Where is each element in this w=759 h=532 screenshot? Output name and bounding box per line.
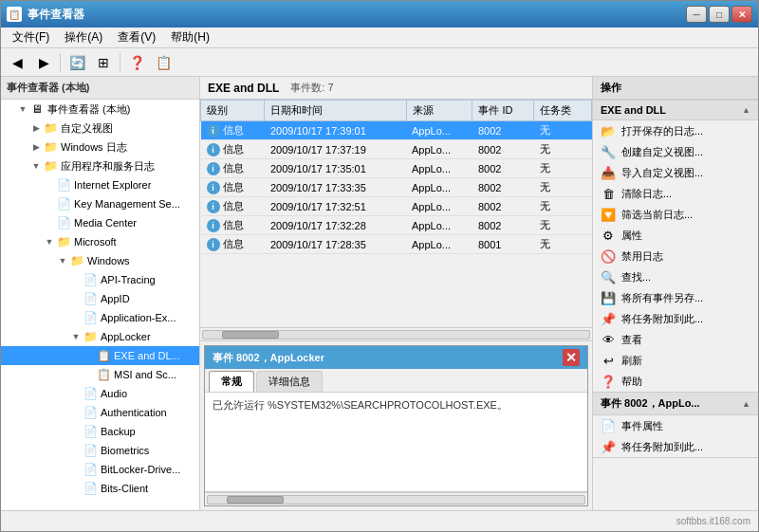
table-header-row: 级别 日期和时间 来源 事件 ID 任务类 — [201, 101, 592, 121]
scroll-track[interactable] — [202, 330, 590, 339]
sidebar-item-app-services[interactable]: ▼ 📁 应用程序和服务日志 — [1, 156, 199, 175]
expand-icon-windows[interactable]: ▼ — [56, 254, 69, 267]
cell-datetime: 2009/10/17 17:32:51 — [265, 197, 406, 216]
action-item[interactable]: ↩刷新 — [593, 350, 758, 371]
back-button[interactable]: ◀ — [5, 51, 29, 74]
menu-action[interactable]: 操作(A) — [57, 28, 110, 47]
cell-event-id: 8002 — [472, 159, 534, 178]
expand-icon-app-services[interactable]: ▼ — [29, 159, 43, 173]
sidebar-item-media[interactable]: 📄 Media Center — [1, 213, 199, 232]
action-item[interactable]: 📄事件属性 — [593, 415, 758, 436]
detail-scroll-thumb[interactable] — [227, 496, 284, 504]
sidebar-item-root[interactable]: ▼ 🖥 事件查看器 (本地) — [1, 100, 199, 119]
table-row[interactable]: i 信息2009/10/17 17:28:35AppLo...8001无 — [201, 235, 592, 254]
menu-view[interactable]: 查看(V) — [110, 28, 163, 47]
sidebar-item-kms[interactable]: 📄 Key Management Se... — [1, 194, 199, 213]
menu-bar: 文件(F) 操作(A) 查看(V) 帮助(H) — [1, 28, 758, 48]
col-datetime[interactable]: 日期和时间 — [265, 101, 406, 121]
menu-file[interactable]: 文件(F) — [5, 28, 57, 47]
action-item[interactable]: ❓帮助 — [593, 371, 758, 392]
doc-icon-ie: 📄 — [56, 177, 71, 193]
table-row[interactable]: i 信息2009/10/17 17:32:28AppLo...8002无 — [201, 216, 592, 235]
sidebar-item-ie[interactable]: 📄 Internet Explorer — [1, 175, 199, 194]
maximize-button[interactable]: □ — [709, 6, 730, 23]
menu-help[interactable]: 帮助(H) — [163, 28, 217, 47]
sidebar-item-bitlocker[interactable]: 📄 BitLocker-Drive... — [1, 460, 199, 479]
action-item[interactable]: 🔍查找... — [593, 266, 758, 287]
tab-detail[interactable]: 详细信息 — [256, 371, 323, 392]
help-button[interactable]: ❓ — [124, 51, 149, 74]
action-item[interactable]: 💾将所有事件另存... — [593, 287, 758, 308]
scroll-thumb[interactable] — [222, 331, 279, 339]
action-item[interactable]: 📌将任务附加到此... — [593, 308, 758, 329]
sidebar-item-biometrics[interactable]: 📄 Biometrics — [1, 441, 199, 460]
doc-icon-kms: 📄 — [56, 196, 71, 211]
export-button[interactable]: 📋 — [151, 51, 176, 74]
sidebar-item-exe-dll[interactable]: 📋 EXE and DL... — [1, 346, 199, 365]
horizontal-scrollbar[interactable] — [200, 327, 592, 340]
detail-scrollbar[interactable] — [205, 492, 587, 505]
action-item[interactable]: 🗑清除日志... — [593, 183, 758, 204]
sidebar-item-msi[interactable]: 📋 MSI and Sc... — [1, 365, 199, 384]
expand-icon-root[interactable]: ▼ — [16, 102, 29, 116]
action-item[interactable]: 🔽筛选当前日志... — [593, 204, 758, 225]
sidebar-item-label-biometrics: Biometrics — [101, 445, 149, 456]
sidebar-item-api-tracing[interactable]: 📄 API-Tracing — [1, 270, 199, 289]
cell-datetime: 2009/10/17 17:39:01 — [265, 121, 406, 140]
sidebar-item-custom-views[interactable]: ▶ 📁 自定义视图 — [1, 119, 199, 138]
main-window: 📋 事件查看器 ─ □ ✕ 文件(F) 操作(A) 查看(V) 帮助(H) ◀ … — [0, 0, 759, 532]
close-button[interactable]: ✕ — [731, 6, 752, 23]
info-icon: i — [207, 124, 220, 138]
sidebar-item-audio[interactable]: 📄 Audio — [1, 384, 199, 403]
sidebar-item-label-api-tracing: API-Tracing — [101, 274, 156, 285]
col-source[interactable]: 来源 — [406, 101, 472, 121]
grid-button[interactable]: ⊞ — [91, 51, 116, 74]
sidebar-item-appid[interactable]: 📄 AppID — [1, 289, 199, 308]
sidebar-item-windows-logs[interactable]: ▶ 📁 Windows 日志 — [1, 138, 199, 156]
detail-header: 事件 8002，AppLocker ✕ — [205, 346, 587, 369]
col-level[interactable]: 级别 — [201, 101, 265, 121]
sidebar-item-backup[interactable]: 📄 Backup — [1, 422, 199, 441]
table-row[interactable]: i 信息2009/10/17 17:37:19AppLo...8002无 — [201, 140, 592, 159]
sidebar-item-applocker[interactable]: ▼ 📁 AppLocker — [1, 327, 199, 346]
expand-icon-applocker[interactable]: ▼ — [69, 330, 83, 343]
sidebar-item-authentication[interactable]: 📄 Authentication — [1, 403, 199, 422]
table-row[interactable]: i 信息2009/10/17 17:33:35AppLo...8002无 — [201, 178, 592, 197]
col-event-id[interactable]: 事件 ID — [472, 101, 534, 121]
actions-section-header-exe[interactable]: EXE and DLL ▲ — [593, 101, 758, 120]
col-task[interactable]: 任务类 — [534, 101, 592, 121]
doc-icon-backup: 📄 — [83, 424, 98, 439]
table-row[interactable]: i 信息2009/10/17 17:35:01AppLo...8002无 — [201, 159, 592, 178]
action-item[interactable]: 📌将任务附加到此... — [593, 436, 758, 457]
cell-task: 无 — [534, 216, 592, 235]
event-table[interactable]: 级别 日期和时间 来源 事件 ID 任务类 i 信息2009/10/17 17:… — [200, 100, 592, 327]
tab-general[interactable]: 常规 — [209, 371, 254, 392]
minimize-button[interactable]: ─ — [686, 6, 707, 23]
sidebar-tree[interactable]: ▼ 🖥 事件查看器 (本地) ▶ 📁 自定义视图 ▶ 📁 Windows 日志 — [1, 100, 199, 510]
action-item[interactable]: 📂打开保存的日志... — [593, 120, 758, 141]
action-item[interactable]: 🚫禁用日志 — [593, 246, 758, 266]
table-row[interactable]: i 信息2009/10/17 17:32:51AppLo...8002无 — [201, 197, 592, 216]
detail-close-button[interactable]: ✕ — [563, 349, 580, 366]
action-item[interactable]: 🔧创建自定义视图... — [593, 141, 758, 162]
expand-icon-microsoft[interactable]: ▼ — [43, 235, 56, 248]
expand-icon-custom-views[interactable]: ▶ — [29, 121, 43, 135]
table-row[interactable]: i 信息2009/10/17 17:39:01AppLo...8002无 — [201, 121, 592, 140]
action-label: 将所有事件另存... — [621, 291, 703, 305]
action-item[interactable]: 📥导入自定义视图... — [593, 162, 758, 183]
sidebar-item-microsoft[interactable]: ▼ 📁 Microsoft — [1, 232, 199, 251]
sidebar-item-label-media: Media Center — [74, 217, 137, 229]
sidebar-item-windows[interactable]: ▼ 📁 Windows — [1, 251, 199, 270]
expand-icon-appid — [69, 292, 83, 305]
forward-button[interactable]: ▶ — [31, 51, 56, 74]
action-label: 事件属性 — [621, 419, 663, 433]
detail-scroll-track[interactable] — [207, 495, 585, 504]
sidebar-item-label-authentication: Authentication — [101, 407, 167, 418]
refresh-button[interactable]: 🔄 — [65, 51, 89, 74]
actions-section-header-event[interactable]: 事件 8002，AppLo... ▲ — [593, 393, 758, 415]
expand-icon-windows-logs[interactable]: ▶ — [29, 140, 43, 154]
action-item[interactable]: ⚙属性 — [593, 225, 758, 246]
sidebar-item-application-ex[interactable]: 📄 Application-Ex... — [1, 308, 199, 327]
action-item[interactable]: 👁查看 — [593, 329, 758, 350]
sidebar-item-bits-client[interactable]: 📄 Bits-Client — [1, 479, 199, 498]
